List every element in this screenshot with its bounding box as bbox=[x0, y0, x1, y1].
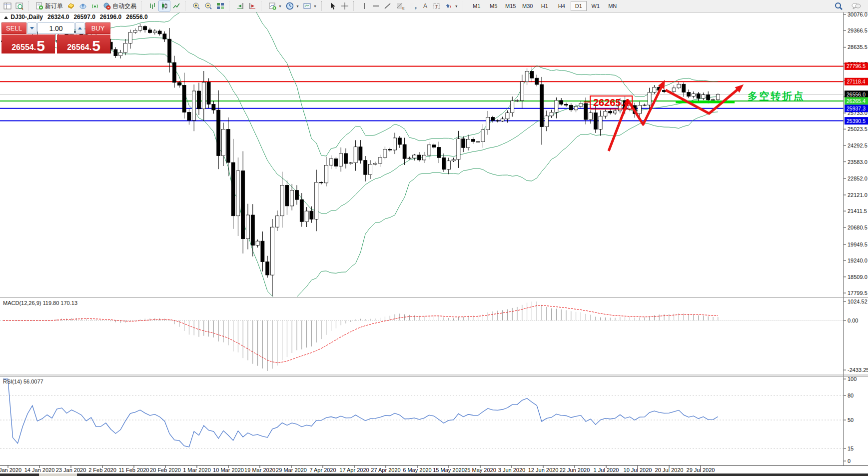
trend-arrow-2[interactable] bbox=[666, 87, 741, 114]
new-order-label: 新订单 bbox=[45, 2, 63, 10]
ohlc-close: 26556.0 bbox=[126, 14, 147, 20]
bar-chart-mode-button[interactable] bbox=[146, 0, 158, 12]
label-tool-button[interactable]: T bbox=[431, 0, 443, 12]
new-order-button[interactable]: 新订单 bbox=[33, 0, 65, 12]
macd-histogram bbox=[3, 302, 718, 371]
timeframe-m1[interactable]: M1 bbox=[469, 1, 485, 11]
svg-text:22 Jun 2020: 22 Jun 2020 bbox=[560, 467, 590, 473]
timeframe-m15[interactable]: M15 bbox=[503, 1, 519, 11]
grid-tool-button[interactable]: F bbox=[407, 0, 420, 12]
svg-text:26556.0: 26556.0 bbox=[847, 92, 866, 98]
line-chart-icon bbox=[172, 2, 180, 10]
profiles-icon bbox=[303, 2, 311, 10]
svg-text:22121.0: 22121.0 bbox=[848, 192, 868, 198]
search-button[interactable] bbox=[833, 0, 845, 12]
search-icon bbox=[835, 2, 843, 10]
turning-point-note[interactable]: 多空转折点 bbox=[748, 90, 805, 103]
svg-text:24292.5: 24292.5 bbox=[848, 142, 868, 148]
text-tool-button[interactable]: A bbox=[420, 0, 431, 12]
candlestick-mode-button[interactable] bbox=[158, 0, 170, 12]
svg-text:30076.0: 30076.0 bbox=[848, 12, 868, 18]
svg-text:17799.5: 17799.5 bbox=[848, 290, 868, 296]
signals-button[interactable] bbox=[89, 0, 101, 12]
volume-increase-button[interactable] bbox=[75, 22, 84, 34]
period-clock-button[interactable]: ▼ bbox=[284, 0, 301, 12]
timeframe-d1[interactable]: D1 bbox=[571, 1, 587, 11]
arrows-tool-button[interactable]: ▼ bbox=[443, 0, 460, 12]
chart-shift-button[interactable] bbox=[246, 0, 258, 12]
buy-button[interactable]: BUY bbox=[85, 22, 110, 34]
horizontal-line-tool-button[interactable] bbox=[370, 0, 382, 12]
triangle-up-icon bbox=[78, 27, 82, 30]
horizontal-scrollbar[interactable] bbox=[0, 474, 868, 476]
profiles-button[interactable]: ▼ bbox=[301, 0, 319, 12]
svg-text:25023.5: 25023.5 bbox=[848, 126, 868, 132]
svg-text:T: T bbox=[435, 4, 438, 9]
line-chart-mode-button[interactable] bbox=[170, 0, 182, 12]
svg-text:28635.5: 28635.5 bbox=[848, 44, 868, 50]
svg-text:A: A bbox=[423, 2, 427, 10]
svg-text:10 Jul 2020: 10 Jul 2020 bbox=[624, 467, 652, 473]
sell-price[interactable]: 26554. 5 bbox=[1, 34, 55, 54]
timeframe-h4[interactable]: H4 bbox=[554, 1, 570, 11]
svg-text:23 Jan 2020: 23 Jan 2020 bbox=[56, 467, 86, 473]
breakout-price-annotation[interactable]: 26265.4 bbox=[590, 96, 633, 110]
upload-button[interactable] bbox=[77, 0, 89, 12]
svg-text:29 Jul 2020: 29 Jul 2020 bbox=[687, 467, 715, 473]
market-watch-button[interactable] bbox=[1, 0, 13, 12]
ohlc-low: 26196.0 bbox=[100, 14, 121, 20]
svg-text:19949.5: 19949.5 bbox=[848, 242, 868, 248]
zoom-out-button[interactable] bbox=[202, 0, 214, 12]
crosshair-tool-button[interactable] bbox=[339, 0, 351, 12]
new-chart-button[interactable]: ▼ bbox=[266, 0, 284, 12]
macd-signal-line bbox=[3, 306, 718, 362]
cloud-upload-icon bbox=[79, 2, 87, 10]
chart-canvas[interactable]: 30076.029366.528635.527904.527173.526443… bbox=[0, 12, 868, 476]
buy-price[interactable]: 26564. 5 bbox=[57, 34, 110, 54]
chevron-down-icon: ▼ bbox=[455, 4, 458, 8]
svg-text:0: 0 bbox=[848, 458, 851, 464]
fibonacci-tool-button[interactable]: E bbox=[394, 0, 407, 12]
autotrading-label: 自动交易 bbox=[112, 2, 136, 10]
trend-arrow-1[interactable] bbox=[609, 84, 663, 151]
timeframe-m30[interactable]: M30 bbox=[520, 1, 536, 11]
gold-deposit-icon bbox=[67, 2, 75, 10]
svg-text:20680.5: 20680.5 bbox=[848, 224, 868, 230]
candlestick-series bbox=[1, 24, 720, 296]
chart-shift-icon bbox=[248, 2, 256, 10]
chat-button[interactable] bbox=[849, 0, 863, 12]
svg-text:29366.5: 29366.5 bbox=[848, 28, 868, 34]
sell-button[interactable]: SELL bbox=[1, 22, 26, 34]
data-window-button[interactable] bbox=[13, 0, 25, 12]
auto-scroll-button[interactable] bbox=[234, 0, 246, 12]
svg-text:50: 50 bbox=[848, 417, 854, 423]
vertical-line-tool-button[interactable] bbox=[359, 0, 370, 12]
timeframe-mn[interactable]: MN bbox=[605, 1, 621, 11]
timeframe-h1[interactable]: H1 bbox=[537, 1, 553, 11]
chart-title: DJ30-,Daily 26324.0 26597.0 26196.0 2655… bbox=[4, 14, 148, 20]
collapse-panel-icon[interactable] bbox=[4, 16, 8, 19]
trendline-tool-button[interactable] bbox=[382, 0, 394, 12]
zoom-in-icon bbox=[192, 2, 200, 10]
deposit-button[interactable] bbox=[65, 0, 77, 12]
svg-text:14 Jan 2020: 14 Jan 2020 bbox=[24, 467, 55, 473]
trendline-icon bbox=[384, 2, 392, 10]
volume-decrease-button[interactable] bbox=[27, 22, 36, 34]
svg-text:27796.5: 27796.5 bbox=[847, 63, 866, 69]
new-chart-icon bbox=[268, 2, 276, 10]
window-panel-icon bbox=[3, 2, 11, 10]
svg-text:6 May 2020: 6 May 2020 bbox=[403, 467, 431, 473]
svg-text:18509.0: 18509.0 bbox=[848, 274, 868, 280]
timeframe-m5[interactable]: M5 bbox=[486, 1, 502, 11]
timeframe-w1[interactable]: W1 bbox=[588, 1, 604, 11]
triangle-down-icon bbox=[30, 27, 34, 30]
tile-windows-button[interactable] bbox=[214, 0, 226, 12]
candlestick-icon bbox=[160, 2, 168, 10]
zoom-in-button[interactable] bbox=[190, 0, 202, 12]
autotrading-button[interactable]: 自动交易 bbox=[101, 0, 138, 12]
cursor-tool-button[interactable] bbox=[327, 0, 339, 12]
svg-text:0.00: 0.00 bbox=[848, 318, 858, 324]
volume-input[interactable]: 1.00 bbox=[37, 22, 74, 34]
grid-icon: F bbox=[409, 2, 418, 10]
scrollbar-thumb[interactable] bbox=[39, 474, 77, 476]
